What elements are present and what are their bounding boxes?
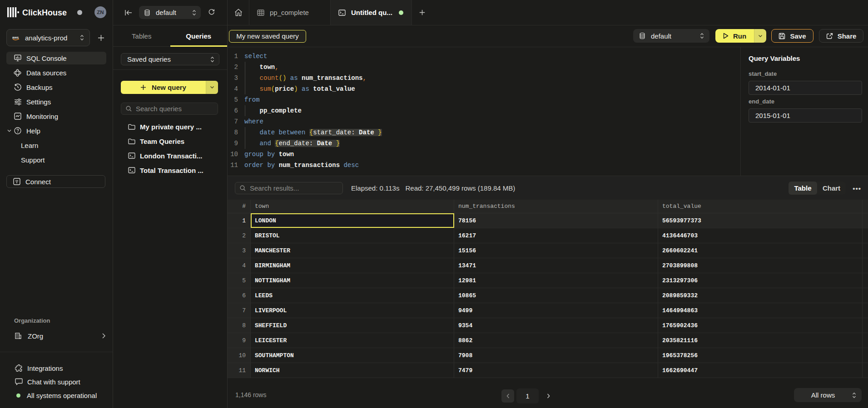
svg-text:aws: aws <box>12 35 19 39</box>
